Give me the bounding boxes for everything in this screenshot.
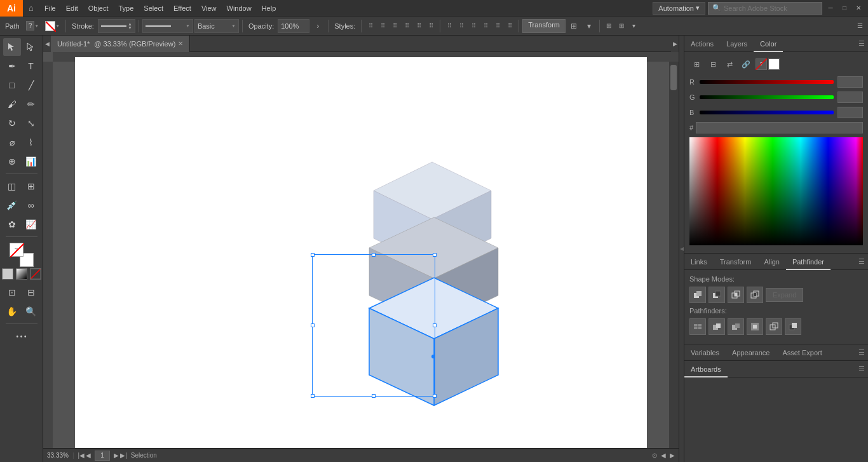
- extra-icon1[interactable]: ⊞: [603, 20, 614, 32]
- artboards-menu-icon[interactable]: ☰: [855, 363, 868, 376]
- eyedropper-tool[interactable]: 💉: [3, 196, 21, 214]
- minus-back-icon[interactable]: [785, 318, 801, 335]
- tab-links[interactable]: Links: [684, 254, 714, 270]
- no-fill-icon[interactable]: [30, 268, 41, 280]
- transform-more-icon[interactable]: ⊞: [567, 19, 581, 33]
- minus-front-icon[interactable]: [709, 287, 725, 303]
- artboard[interactable]: [75, 57, 647, 458]
- prev-page-icon[interactable]: ◀: [86, 452, 91, 459]
- dist-v2-icon[interactable]: ⠿: [480, 20, 491, 32]
- menu-type[interactable]: Type: [114, 0, 139, 17]
- align-right-icon[interactable]: ⠿: [425, 20, 437, 32]
- tab-transform[interactable]: Transform: [714, 254, 758, 270]
- more-tools-btn[interactable]: • • •: [6, 327, 37, 345]
- hand-tool[interactable]: ✋: [3, 302, 21, 320]
- tab-pathfinder[interactable]: Pathfinder: [786, 254, 831, 270]
- blend-tool[interactable]: ∞: [22, 196, 40, 214]
- align-left-icon[interactable]: ⠿: [401, 20, 412, 32]
- gradient-fill-icon[interactable]: [16, 268, 27, 280]
- stroke-style-select[interactable]: [142, 19, 193, 33]
- automation-button[interactable]: Automation ▾: [653, 2, 705, 15]
- swatch-white-icon[interactable]: [768, 58, 780, 70]
- scroll-mode-icon[interactable]: ⊙: [652, 452, 657, 459]
- align-hcenter-icon[interactable]: ⠿: [413, 20, 424, 32]
- style-select[interactable]: Basic: [194, 19, 239, 33]
- graph-tool[interactable]: 📊: [22, 153, 40, 170]
- align-bottom-icon[interactable]: ⠿: [389, 20, 400, 32]
- canvas-arrow-right-icon[interactable]: ▶: [670, 452, 675, 459]
- right-panel-toggle[interactable]: ▶: [671, 36, 679, 52]
- paintbrush-tool[interactable]: 🖌: [3, 95, 21, 113]
- tab-close-icon[interactable]: ✕: [178, 40, 183, 47]
- crop-icon[interactable]: [747, 318, 763, 335]
- bottom-panel-menu-icon[interactable]: ☰: [855, 346, 868, 359]
- list-icon[interactable]: ☰: [854, 20, 865, 32]
- opacity-input[interactable]: 100%: [278, 19, 309, 33]
- menu-window[interactable]: Window: [222, 0, 257, 17]
- tab-artboards[interactable]: Artboards: [684, 361, 728, 377]
- type-tool[interactable]: T: [22, 57, 40, 75]
- pencil-tool[interactable]: ✏: [22, 95, 40, 113]
- color-duplicate-icon[interactable]: ⊟: [706, 57, 720, 71]
- slice-tool[interactable]: ⊟: [22, 283, 40, 301]
- tab-layers[interactable]: Layers: [720, 36, 754, 52]
- menu-effect[interactable]: Effect: [168, 0, 196, 17]
- color-gradient-picker[interactable]: [689, 137, 863, 245]
- align-vcenter-icon[interactable]: ⠿: [377, 20, 388, 32]
- intersect-icon[interactable]: [728, 287, 744, 303]
- menu-help[interactable]: Help: [257, 0, 281, 17]
- b-slider[interactable]: [700, 111, 834, 114]
- gradient-tool[interactable]: ◫: [3, 177, 21, 195]
- outline-icon[interactable]: [766, 318, 782, 335]
- b-value[interactable]: [837, 107, 863, 118]
- tool-options-btn[interactable]: ?: [24, 18, 42, 34]
- stroke-width-select[interactable]: ▲▼: [98, 19, 135, 33]
- v-scroll-thumb[interactable]: [670, 65, 677, 90]
- window-maximize-button[interactable]: □: [839, 3, 850, 14]
- merge-icon[interactable]: [728, 318, 744, 335]
- dist-h3-icon[interactable]: ⠿: [492, 20, 503, 32]
- width-tool[interactable]: ⌇: [22, 133, 40, 151]
- tab-actions[interactable]: Actions: [684, 36, 720, 52]
- canvas-arrow-left-icon[interactable]: ◀: [661, 452, 666, 459]
- left-panel-toggle[interactable]: ◀: [43, 36, 51, 52]
- window-minimize-button[interactable]: ─: [825, 3, 836, 14]
- dist-v3-icon[interactable]: ⠿: [504, 20, 515, 32]
- expand-button[interactable]: Expand: [766, 288, 803, 302]
- menu-edit[interactable]: Edit: [61, 0, 83, 17]
- vertical-scrollbar[interactable]: [669, 62, 679, 452]
- divide-icon[interactable]: [689, 318, 706, 335]
- transform-button[interactable]: Transform: [522, 19, 566, 33]
- unite-icon[interactable]: [689, 287, 706, 303]
- build-tool[interactable]: ⊕: [3, 153, 21, 170]
- extra-icon2[interactable]: ⊞: [616, 20, 627, 32]
- selection-tool[interactable]: [3, 38, 21, 56]
- solid-fill-icon[interactable]: [2, 268, 13, 280]
- tab-variables[interactable]: Variables: [684, 344, 726, 361]
- search-stock-input[interactable]: [724, 4, 818, 12]
- fill-stroke-swatch[interactable]: ?: [10, 243, 34, 267]
- menu-view[interactable]: View: [196, 0, 222, 17]
- tab-align[interactable]: Align: [757, 254, 785, 270]
- direct-select-tool[interactable]: [22, 38, 40, 56]
- stroke-spinners-icon[interactable]: ▲▼: [128, 22, 132, 29]
- panel-collapse-handle[interactable]: ◀: [679, 36, 684, 462]
- dist-v-icon[interactable]: ⠿: [456, 20, 467, 32]
- tab-color[interactable]: Color: [754, 36, 783, 52]
- extra-icon3[interactable]: ▾: [628, 20, 640, 32]
- dist-h2-icon[interactable]: ⠿: [468, 20, 479, 32]
- color-swap-icon[interactable]: ⇄: [722, 57, 736, 71]
- mid-panel-menu-icon[interactable]: ☰: [855, 255, 868, 268]
- warp-tool[interactable]: ⌀: [3, 133, 21, 151]
- canvas-tab[interactable]: Untitled-1* @ 33.33% (RGB/Preview) ✕: [51, 36, 190, 52]
- menu-object[interactable]: Object: [83, 0, 114, 17]
- mesh-tool[interactable]: ⊞: [22, 177, 40, 195]
- last-page-icon[interactable]: ▶|: [120, 452, 127, 459]
- g-value[interactable]: [837, 92, 863, 103]
- swatch-question-icon[interactable]: ?: [756, 58, 767, 70]
- tab-appearance[interactable]: Appearance: [726, 344, 776, 361]
- hash-input[interactable]: [696, 122, 863, 133]
- zoom-tool[interactable]: 🔍: [22, 302, 40, 320]
- scale-tool[interactable]: ⤡: [22, 114, 40, 132]
- color-link-icon[interactable]: 🔗: [739, 57, 753, 71]
